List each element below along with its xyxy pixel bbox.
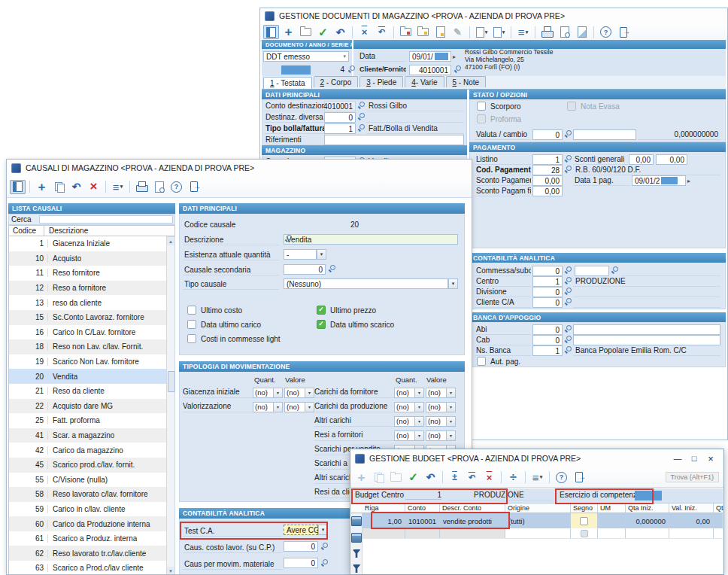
- valore-select[interactable]: (no): [426, 416, 447, 427]
- ultimo-costo-checkbox[interactable]: [187, 306, 196, 315]
- scrollbar-thumb[interactable]: [168, 371, 175, 392]
- sconto-pagamento-field[interactable]: 0,00: [532, 175, 563, 186]
- tab-testata[interactable]: 1 - Testata: [263, 77, 312, 89]
- tipo-causale-field[interactable]: (Nessuno): [284, 278, 448, 289]
- causali-list-row[interactable]: 12 Reso a fornitore: [9, 281, 166, 296]
- chevron-down-icon[interactable]: [415, 388, 424, 398]
- quant-select[interactable]: (no): [394, 388, 415, 398]
- causali-list-row[interactable]: 13 reso da cliente: [9, 295, 166, 310]
- budget-column-header[interactable]: Val. Iniz.: [669, 504, 714, 513]
- search-icon[interactable]: [447, 236, 455, 244]
- budget-column-header[interactable]: Riga: [362, 504, 405, 513]
- tab-varie[interactable]: 4- Varie: [405, 76, 444, 87]
- causali-list-row[interactable]: 20 Vendita: [9, 369, 166, 384]
- search-icon[interactable]: [347, 65, 356, 74]
- col-descrizione[interactable]: Descrizione: [49, 227, 88, 235]
- causali-list-row[interactable]: 55 C/Visione (nulla): [9, 473, 166, 488]
- search-icon[interactable]: [357, 124, 366, 132]
- restore-row-icon[interactable]: [374, 25, 390, 39]
- data-ultimo-carico-checkbox[interactable]: [187, 320, 196, 329]
- search-icon[interactable]: [564, 130, 572, 138]
- chevron-down-icon[interactable]: [274, 402, 283, 412]
- causali-list-row[interactable]: 25 Fatt. proforma: [9, 413, 166, 428]
- valuta-field[interactable]: 0: [532, 129, 563, 140]
- divide-icon[interactable]: [505, 470, 521, 485]
- budget-column-header[interactable]: Segno: [571, 504, 598, 513]
- scorporo-checkbox[interactable]: [477, 102, 486, 111]
- print-icon[interactable]: [539, 25, 555, 39]
- budget-column-header[interactable]: Qta: [714, 504, 724, 513]
- chevron-down-icon[interactable]: [447, 416, 456, 427]
- add-icon[interactable]: [281, 25, 296, 39]
- valore-select[interactable]: (no): [284, 388, 305, 398]
- causali-list-row[interactable]: 15 Sc.Conto Lavoraz. fornitore: [9, 310, 166, 325]
- causali-list-row[interactable]: 45 Scarico prod.c/lav. fornit.: [9, 458, 166, 473]
- folder-red-icon[interactable]: [398, 25, 414, 39]
- valore-select[interactable]: (no): [426, 388, 447, 398]
- folder-yellow-icon[interactable]: [415, 25, 431, 39]
- preview-icon[interactable]: [557, 25, 572, 39]
- quant-select[interactable]: (no): [394, 402, 415, 412]
- search-icon[interactable]: [564, 266, 572, 275]
- chevron-down-icon[interactable]: [415, 416, 424, 427]
- causali-list-row[interactable]: 11 Reso fornitore: [9, 266, 166, 281]
- help-icon[interactable]: [598, 25, 614, 39]
- doc-type-select[interactable]: DDT emesso▾: [263, 51, 349, 62]
- search-icon[interactable]: [564, 277, 572, 285]
- causali-list-row[interactable]: 60 Carico da Produzione interna: [9, 516, 166, 531]
- funnel-icon[interactable]: [353, 549, 361, 558]
- list-scrollbar[interactable]: ▲ ▼: [166, 236, 175, 575]
- budget-column-header[interactable]: UM: [598, 504, 626, 513]
- causali-list-row[interactable]: 58 Reso lavorato c/lav. fornitore: [9, 487, 166, 502]
- tab-corpo[interactable]: 2 - Corpo: [314, 76, 359, 87]
- chevron-down-icon[interactable]: [317, 249, 326, 260]
- causali-list-row[interactable]: 41 Scar. a magazzino: [9, 428, 166, 443]
- search-icon[interactable]: [564, 155, 572, 163]
- preview-icon[interactable]: [151, 180, 167, 194]
- search-icon[interactable]: [357, 113, 366, 121]
- valore-select[interactable]: (no): [426, 430, 447, 441]
- chevron-down-icon[interactable]: [305, 388, 314, 398]
- destinaz-diversa-field[interactable]: 0: [324, 112, 356, 123]
- causali-list-row[interactable]: 10 Acquisto: [9, 251, 166, 266]
- chevron-down-icon[interactable]: [318, 525, 328, 535]
- exit-icon[interactable]: [571, 470, 587, 485]
- chevron-down-icon[interactable]: [415, 430, 424, 441]
- delete-icon[interactable]: [86, 180, 102, 194]
- doc-menu-icon[interactable]: [474, 25, 490, 39]
- undo-icon[interactable]: [68, 180, 84, 194]
- maximize-button[interactable]: □: [686, 452, 702, 465]
- descrizione-field[interactable]: Vendita: [284, 234, 458, 245]
- search-icon[interactable]: [564, 346, 572, 354]
- search-icon[interactable]: [564, 288, 572, 296]
- cerca-input[interactable]: [39, 215, 173, 224]
- budget-column-header[interactable]: Descr. Conto: [440, 504, 505, 513]
- data-field[interactable]: 09/01/: [409, 51, 451, 62]
- causali-list-row[interactable]: 16 Carico In C/Lav. fornitore: [9, 325, 166, 340]
- causali-list-row[interactable]: 19 Scarico Non Lav. fornitore: [9, 354, 166, 370]
- search-icon[interactable]: [564, 325, 572, 333]
- sconto1-field[interactable]: 0,00: [629, 154, 654, 165]
- search-icon[interactable]: [357, 102, 366, 110]
- chevron-down-icon[interactable]: [305, 402, 314, 412]
- undo-icon[interactable]: [332, 25, 348, 39]
- caus-movim-field[interactable]: 0: [284, 558, 318, 568]
- minimize-button[interactable]: —: [669, 452, 686, 465]
- side-panel-active-icon[interactable]: [263, 25, 279, 39]
- help-icon[interactable]: [168, 180, 184, 194]
- search-icon[interactable]: [564, 166, 572, 174]
- delete-row-icon[interactable]: [356, 25, 372, 39]
- data1-field[interactable]: 09/01/2: [632, 175, 686, 186]
- scroll-up-icon[interactable]: ▲: [167, 237, 174, 245]
- search-icon[interactable]: [564, 336, 572, 344]
- causali-list-row[interactable]: 42 Carico da magazzino: [9, 443, 166, 458]
- abi-field[interactable]: 0: [532, 324, 563, 335]
- add-icon[interactable]: [34, 180, 50, 194]
- close-button[interactable]: ×: [702, 452, 719, 465]
- sconto-finanz-field[interactable]: 0,00: [532, 186, 563, 196]
- budget-column-header[interactable]: Qta Iniz.: [626, 504, 669, 513]
- calendar-arrow-icon[interactable]: ▸: [453, 53, 456, 60]
- aut-pag-checkbox[interactable]: [477, 357, 486, 366]
- tipo-bolla-field[interactable]: 1: [324, 123, 356, 134]
- doc-yellow-icon[interactable]: [432, 25, 448, 39]
